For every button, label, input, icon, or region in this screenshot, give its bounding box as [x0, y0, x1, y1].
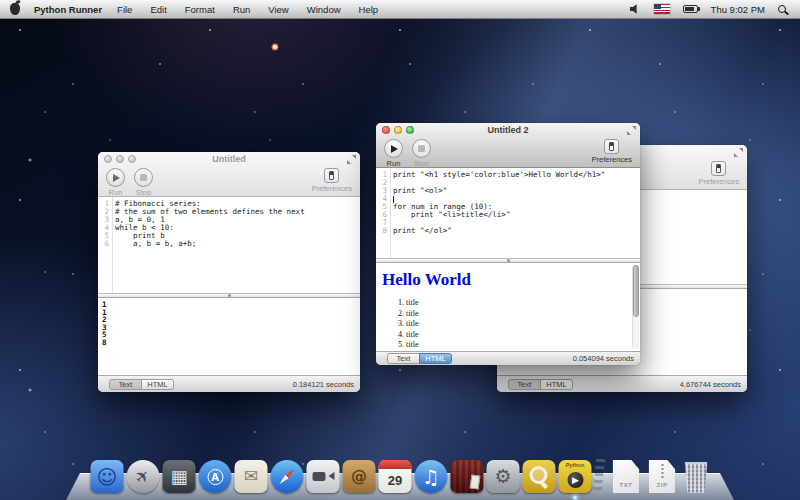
address-book-icon[interactable]: @ [343, 460, 376, 493]
scrollbar[interactable] [632, 265, 639, 349]
run-button[interactable]: Run [106, 168, 125, 197]
mission-control-icon[interactable]: ▦ [163, 460, 196, 493]
input-language-flag-icon[interactable] [654, 4, 670, 14]
launchpad-icon[interactable]: ✈ [127, 460, 160, 493]
tab-html[interactable]: HTML [141, 379, 174, 390]
desktop: Python Runner FileEditFormatRunViewWindo… [0, 0, 800, 500]
output-pane: Hello World titletitletitletitletitletit… [376, 263, 640, 351]
app-store-icon[interactable]: A [199, 460, 232, 493]
preferences-button[interactable]: Preferences [312, 168, 352, 193]
stop-button[interactable]: Stop [134, 168, 153, 197]
volume-icon[interactable] [630, 4, 641, 15]
run-time-status: 0.184121 seconds [293, 380, 354, 389]
code-text: print "<ol>" [393, 187, 447, 195]
fullscreen-icon[interactable] [734, 148, 743, 157]
output-line: 2 [102, 316, 356, 324]
code-text: print "<li>title</li>" [393, 211, 510, 219]
window-untitled-2: Untitled 2 Run Stop Preferences 1 [376, 123, 640, 365]
window-header: Untitled Run Stop Preferences [98, 152, 360, 197]
code-editor[interactable]: 1 print "<h1 style='color:blue'>Hello Wo… [376, 168, 640, 258]
menu-item[interactable]: Format [176, 4, 224, 15]
tab-html[interactable]: HTML [540, 379, 573, 390]
safari-icon[interactable] [271, 460, 304, 493]
red-star [271, 43, 279, 51]
trash-icon[interactable] [683, 462, 710, 493]
code-line: 8 print "</ol>" [376, 227, 640, 235]
fullscreen-icon[interactable] [627, 126, 636, 135]
menu-item[interactable]: Edit [141, 4, 175, 15]
minimize-button[interactable] [116, 155, 124, 163]
output-mode-tabs: Text HTML [508, 379, 573, 390]
search-utility-icon[interactable] [523, 460, 556, 493]
run-button[interactable]: Run [384, 139, 403, 168]
preferences-icon [711, 161, 726, 176]
output-line: 1 [102, 309, 356, 317]
zoom-button[interactable] [128, 155, 136, 163]
txt-file-icon[interactable]: TXT [613, 460, 640, 493]
preferences-button[interactable]: Preferences [592, 139, 632, 164]
doc-icon-label: ZIP [649, 482, 676, 488]
menu-bar-clock[interactable]: Thu 9:02 PM [711, 4, 765, 15]
preferences-button[interactable]: Preferences [699, 161, 739, 186]
stop-button[interactable]: Stop [412, 139, 431, 168]
menu-item[interactable]: View [259, 4, 297, 15]
preferences-icon [604, 139, 619, 154]
apple-menu-icon[interactable] [10, 3, 20, 15]
finder-icon[interactable]: ☺ [91, 460, 124, 493]
rendered-ordered-list: titletitletitletitletitletitle [406, 298, 634, 351]
calendar-icon[interactable]: 29 [379, 460, 412, 493]
system-preferences-icon[interactable]: ⚙ [487, 460, 520, 493]
stop-icon [412, 139, 431, 158]
zoom-button[interactable] [406, 126, 414, 134]
battery-icon[interactable] [683, 5, 698, 13]
running-indicator [573, 495, 578, 500]
tab-text[interactable]: Text [508, 379, 541, 390]
itunes-icon[interactable]: ♫ [415, 460, 448, 493]
minimize-button[interactable] [394, 126, 402, 134]
list-item: title [406, 298, 634, 309]
close-button[interactable] [104, 155, 112, 163]
menu-items: FileEditFormatRunViewWindowHelp [108, 4, 387, 15]
code-editor[interactable]: 1 # Fibonacci series: 2 # the sum of two… [98, 197, 360, 293]
menu-item[interactable]: Help [350, 4, 388, 15]
app-icon-glyph: ♫ [422, 467, 440, 487]
doc-icon-label: TXT [613, 482, 640, 488]
spotlight-icon[interactable] [778, 5, 786, 13]
scrollbar-thumb[interactable] [633, 265, 639, 317]
photo-booth-icon[interactable] [451, 460, 484, 493]
run-time-status: 0.054094 seconds [573, 354, 634, 363]
output-pane: 112358 [98, 298, 360, 375]
output-mode-tabs: Text HTML [109, 379, 174, 390]
facetime-icon[interactable] [307, 460, 340, 493]
app-icon-glyph: ✉ [244, 468, 258, 485]
list-item: title [406, 340, 634, 351]
tab-text[interactable]: Text [387, 353, 420, 364]
text-output: 112358 [98, 298, 360, 350]
app-icon-glyph: ✈ [132, 465, 154, 487]
menu-item[interactable]: File [108, 4, 141, 15]
fullscreen-icon[interactable] [347, 155, 356, 164]
app-icon-glyph: 29 [388, 474, 402, 487]
title-bar[interactable]: Untitled [98, 152, 360, 166]
zip-file-icon[interactable]: ZIP [649, 460, 676, 493]
code-line: 3 print "<ol>" [376, 187, 640, 195]
bottom-bar: Text HTML 0.184121 seconds [98, 375, 360, 392]
tab-text[interactable]: Text [109, 379, 142, 390]
list-item: title [406, 330, 634, 341]
mail-icon[interactable]: ✉ [235, 460, 268, 493]
menu-bar-status: Thu 9:02 PM [630, 4, 790, 15]
output-line: 5 [102, 331, 356, 339]
menu-item[interactable]: Run [224, 4, 259, 15]
run-time-status: 4.676744 seconds [680, 380, 741, 389]
menu-bar: Python Runner FileEditFormatRunViewWindo… [0, 0, 800, 19]
app-icon-glyph: ⚙ [494, 467, 511, 486]
app-menu-title[interactable]: Python Runner [34, 4, 102, 15]
tab-html[interactable]: HTML [419, 353, 452, 364]
python-runner-icon[interactable]: Python ▶ [559, 460, 592, 493]
html-output: Hello World titletitletitletitletitletit… [376, 263, 640, 351]
close-button[interactable] [382, 126, 390, 134]
title-bar[interactable]: Untitled 2 [376, 123, 640, 137]
stop-icon [134, 168, 153, 187]
toolbar: Run Stop Preferences [98, 166, 360, 196]
menu-item[interactable]: Window [298, 4, 350, 15]
